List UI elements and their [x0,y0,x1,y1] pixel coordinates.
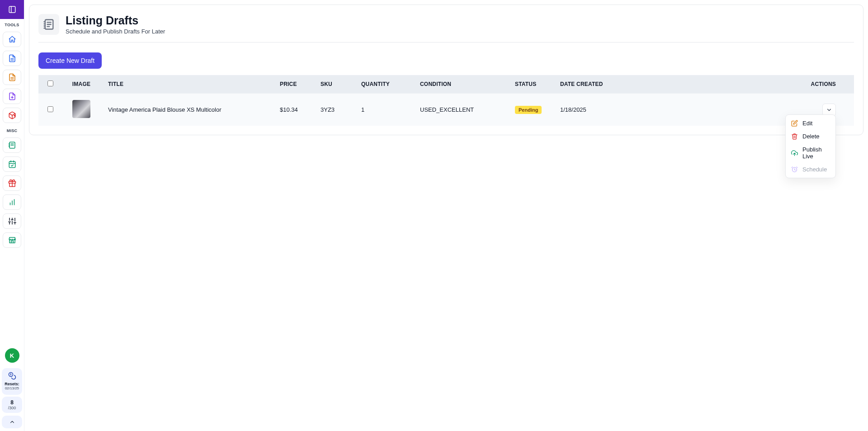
col-sku: SKU [314,75,355,94]
dropdown-edit[interactable]: Edit [786,117,835,130]
usage-box: 8 /300 [2,397,22,413]
resets-date: 02/13/25 [4,386,20,390]
cell-price: $10.34 [274,94,314,126]
nav-add-file[interactable] [3,89,21,104]
col-price: PRICE [274,75,314,94]
page-title: Listing Drafts [66,14,165,27]
create-new-draft-button[interactable]: Create New Draft [38,52,102,69]
col-title: TITLE [102,75,274,94]
cell-quantity: 1 [355,94,414,126]
dropdown-publish[interactable]: Publish Live [786,143,835,163]
nav-drafts[interactable] [3,70,21,85]
dropdown-publish-label: Publish Live [802,146,830,160]
nav-calendar[interactable] [3,156,21,172]
cell-condition: USED_EXCELLENT [414,94,509,126]
row-select-checkbox[interactable] [47,106,53,112]
page-header: Listing Drafts Schedule and Publish Draf… [38,14,854,43]
section-label-tools: TOOLS [0,19,24,30]
gift-icon [8,179,16,187]
chevron-up-icon [9,419,15,425]
file-text-icon [8,54,16,62]
upload-cloud-icon [791,150,798,156]
nav-package[interactable] [3,108,21,123]
avatar-letter: K [10,352,14,359]
resets-box: Resets: 02/13/25 [2,368,22,395]
cell-title: Vintage America Plaid Blouse XS Multicol… [102,94,274,126]
calendar-check-icon [8,160,16,168]
nav-store[interactable] [3,232,21,248]
nav-notebook[interactable] [3,137,21,153]
main-content: Listing Drafts Schedule and Publish Draf… [24,0,868,431]
sidebar-toggle[interactable] [0,0,24,19]
dropdown-edit-label: Edit [802,120,812,127]
col-quantity: QUANTITY [355,75,414,94]
drafts-table-wrap: IMAGE TITLE PRICE SKU QUANTITY CONDITION… [38,75,854,126]
collapse-button[interactable] [2,416,22,428]
col-actions: ACTIONS [631,75,854,94]
notebook-text-icon [42,18,55,31]
nav-document[interactable] [3,51,21,66]
svg-rect-0 [9,6,15,13]
nav-home[interactable] [3,32,21,47]
col-condition: CONDITION [414,75,509,94]
product-thumbnail[interactable] [72,100,90,118]
col-select [38,75,61,94]
sliders-icon [8,217,16,225]
nav-analytics[interactable] [3,194,21,210]
dropdown-schedule: Schedule [786,163,835,176]
drafts-table: IMAGE TITLE PRICE SKU QUANTITY CONDITION… [38,75,854,126]
notebook-icon [8,141,16,149]
cell-sku: 3YZ3 [314,94,355,126]
col-status: STATUS [509,75,554,94]
section-label-misc: MISC [0,125,24,136]
nav-gift[interactable] [3,175,21,191]
status-badge: Pending [515,106,542,114]
clock-icon [791,166,798,173]
file-warning-icon [8,73,16,81]
usage-value: 8 [4,399,20,406]
cell-date-created: 1/18/2025 [554,94,631,126]
coins-icon [8,372,16,380]
usage-total: /300 [4,406,20,410]
page-card: Listing Drafts Schedule and Publish Draf… [29,5,863,135]
panel-left-icon [8,5,16,14]
select-all-checkbox[interactable] [47,81,53,86]
resets-label: Resets: [4,382,20,386]
store-icon [8,236,16,244]
col-image: IMAGE [61,75,102,94]
dropdown-schedule-label: Schedule [802,166,827,173]
table-row: Vintage America Plaid Blouse XS Multicol… [38,94,854,126]
nav-settings[interactable] [3,213,21,229]
package-plus-icon [8,111,16,119]
bar-chart-icon [8,198,16,206]
page-icon [38,14,59,35]
chevron-down-icon [826,107,832,113]
home-icon [8,35,16,43]
trash-icon [791,133,798,140]
sidebar: TOOLS MISC K Resets: 02/13/25 [0,0,24,431]
page-subtitle: Schedule and Publish Drafts For Later [66,28,165,35]
edit-icon [791,120,798,127]
col-date-created: DATE CREATED [554,75,631,94]
actions-dropdown: Edit Delete Publish Live [785,114,836,178]
user-avatar[interactable]: K [5,348,19,363]
dropdown-delete[interactable]: Delete [786,130,835,143]
file-plus-icon [8,92,16,100]
dropdown-delete-label: Delete [802,133,820,140]
svg-rect-17 [9,161,15,168]
